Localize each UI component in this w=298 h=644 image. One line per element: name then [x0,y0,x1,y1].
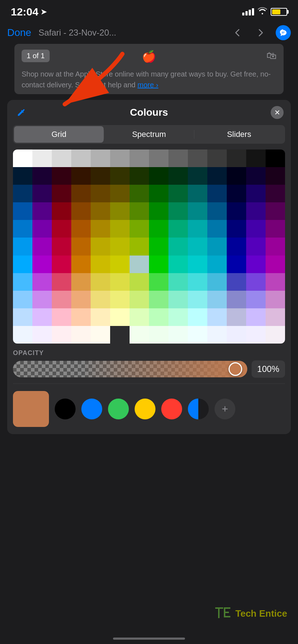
eyedropper-button[interactable] [14,106,28,119]
color-cell[interactable] [71,256,91,273]
color-cell[interactable] [207,326,227,344]
color-cell[interactable] [149,308,168,326]
color-cell[interactable] [110,238,130,255]
color-cell[interactable] [227,273,246,291]
color-cell[interactable] [188,291,207,308]
color-cell[interactable] [32,291,52,308]
swatch-green[interactable] [108,399,129,419]
color-cell[interactable] [32,167,52,185]
color-cell[interactable] [130,150,149,167]
color-cell[interactable] [130,326,149,344]
color-cell[interactable] [227,220,246,238]
active-color-swatch[interactable] [13,391,49,427]
color-cell[interactable] [71,273,91,291]
sliders-tab[interactable]: Sliders [194,126,284,143]
color-cell[interactable] [207,202,227,220]
color-cell[interactable] [207,150,227,167]
opacity-handle[interactable] [229,362,242,376]
close-button[interactable]: ✕ [271,106,284,119]
color-cell[interactable] [91,202,110,220]
color-cell[interactable] [227,308,246,326]
color-cell[interactable] [227,150,246,167]
color-cell[interactable] [32,202,52,220]
color-cell[interactable] [168,326,188,344]
back-button[interactable] [230,25,245,41]
color-cell[interactable] [149,150,168,167]
color-cell[interactable] [188,202,207,220]
color-cell[interactable] [130,273,149,291]
color-cell[interactable] [52,308,71,326]
color-cell[interactable] [71,238,91,255]
swatch-blue[interactable] [81,399,102,419]
color-cell[interactable] [13,291,32,308]
add-swatch-button[interactable]: + [215,399,235,419]
color-cell[interactable] [227,238,246,255]
color-cell[interactable] [52,167,71,185]
color-cell[interactable] [91,308,110,326]
done-button[interactable]: Done [7,27,31,38]
color-cell[interactable] [168,256,188,273]
color-cell[interactable] [130,185,149,202]
color-cell[interactable] [168,308,188,326]
color-cell[interactable] [246,202,266,220]
color-cell[interactable] [130,256,149,273]
color-cell[interactable] [149,185,168,202]
color-cell[interactable] [149,326,168,344]
color-cell[interactable] [71,185,91,202]
color-cell[interactable] [32,256,52,273]
color-cell[interactable] [188,220,207,238]
color-cell[interactable] [52,220,71,238]
color-cell[interactable] [13,308,32,326]
color-cell[interactable] [71,202,91,220]
color-cell[interactable] [130,202,149,220]
color-cell[interactable] [266,167,285,185]
color-cell[interactable] [207,308,227,326]
color-cell[interactable] [130,167,149,185]
color-cell[interactable] [32,273,52,291]
color-cell[interactable] [227,202,246,220]
color-cell[interactable] [188,326,207,344]
color-cell[interactable] [32,326,52,344]
annotation-button[interactable] [276,25,291,40]
color-cell[interactable] [71,167,91,185]
color-cell[interactable] [227,185,246,202]
color-cell[interactable] [188,256,207,273]
color-cell[interactable] [188,150,207,167]
color-cell[interactable] [91,185,110,202]
color-cell[interactable] [207,291,227,308]
color-cell[interactable] [13,185,32,202]
color-cell[interactable] [266,185,285,202]
color-cell[interactable] [188,308,207,326]
forward-button[interactable] [253,25,268,41]
color-cell[interactable] [13,167,32,185]
color-cell[interactable] [13,150,32,167]
color-cell[interactable] [188,167,207,185]
color-cell[interactable] [149,273,168,291]
color-cell[interactable] [91,291,110,308]
color-cell[interactable] [91,150,110,167]
color-cell[interactable] [168,185,188,202]
color-cell[interactable] [266,308,285,326]
color-cell[interactable] [71,150,91,167]
color-cell[interactable] [149,167,168,185]
color-cell[interactable] [91,220,110,238]
color-cell[interactable] [207,256,227,273]
color-cell[interactable] [246,291,266,308]
color-cell[interactable] [110,273,130,291]
color-cell[interactable] [130,308,149,326]
color-cell[interactable] [130,220,149,238]
color-cell[interactable] [91,256,110,273]
color-cell[interactable] [168,167,188,185]
color-cell[interactable] [52,291,71,308]
swatch-yellow[interactable] [135,399,155,419]
color-cell[interactable] [110,150,130,167]
color-cell[interactable] [246,185,266,202]
color-cell[interactable] [130,291,149,308]
color-cell[interactable] [246,238,266,255]
color-cell[interactable] [13,220,32,238]
spectrum-tab[interactable]: Spectrum [104,126,194,143]
color-cell[interactable] [188,273,207,291]
color-cell[interactable] [246,220,266,238]
color-cell[interactable] [266,238,285,255]
color-cell[interactable] [71,326,91,344]
